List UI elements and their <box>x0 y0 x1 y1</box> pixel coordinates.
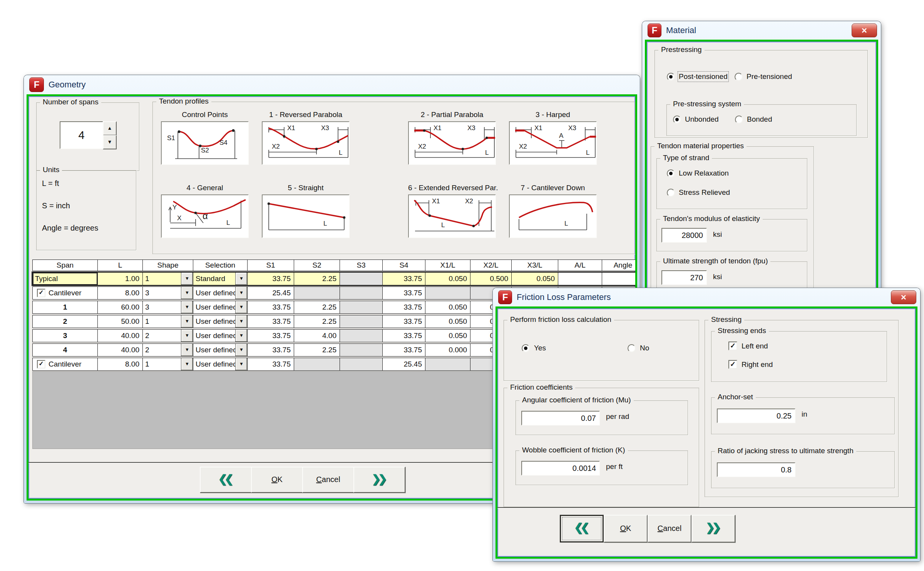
dropdown-icon[interactable]: ▼ <box>181 330 193 342</box>
bonded-radio[interactable] <box>735 116 743 124</box>
unbonded-label[interactable]: Unbonded <box>685 115 719 124</box>
cell-selection[interactable]: User defined▼ <box>193 286 248 300</box>
geometry-titlebar[interactable]: F Geometry <box>24 75 640 94</box>
cell-s2[interactable] <box>294 358 340 371</box>
cell-l[interactable]: 60.00 <box>97 301 143 314</box>
cell-span[interactable]: ✓Cantilever <box>32 286 98 300</box>
post-tensioned-radio[interactable] <box>667 73 675 81</box>
cell-s4[interactable]: 33.75 <box>382 315 425 328</box>
dropdown-icon[interactable]: ▼ <box>235 358 247 370</box>
cell-shape[interactable]: 3▼ <box>142 301 193 314</box>
material-close-button[interactable]: ✕ <box>852 23 877 37</box>
cell-span[interactable]: 4 <box>32 343 98 357</box>
cell-shape[interactable]: 3▼ <box>142 286 193 300</box>
left-end-checkbox[interactable]: ✓ <box>728 342 737 350</box>
cell-l[interactable]: 40.00 <box>97 329 143 342</box>
dropdown-icon[interactable]: ▼ <box>235 330 247 342</box>
number-of-spans-input[interactable]: 4 <box>60 121 103 149</box>
cell-s4[interactable]: 33.75 <box>382 272 425 285</box>
cell-l[interactable]: 1.00 <box>97 272 143 285</box>
right-end-label[interactable]: Right end <box>742 360 773 369</box>
cell-al[interactable] <box>558 272 602 285</box>
dropdown-icon[interactable]: ▼ <box>181 344 193 356</box>
wobble-coefficient-input[interactable]: 0.0014 <box>521 461 600 476</box>
dropdown-icon[interactable]: ▼ <box>181 301 193 313</box>
cell-x1l[interactable]: 0.050 <box>425 315 470 328</box>
cell-selection[interactable]: Standard▼ <box>193 272 248 285</box>
cell-x1l[interactable] <box>425 286 470 300</box>
stress-relieved-radio[interactable] <box>667 189 675 197</box>
cell-s3[interactable] <box>340 343 383 357</box>
cell-s1[interactable]: 33.75 <box>247 315 294 328</box>
cell-selection[interactable]: User defined▼ <box>193 329 248 342</box>
cell-span[interactable]: 3 <box>32 329 98 342</box>
cell-s3[interactable] <box>340 358 383 371</box>
cell-x1l[interactable] <box>425 358 470 371</box>
cell-s3[interactable] <box>340 272 383 285</box>
low-relaxation-radio[interactable] <box>667 169 675 177</box>
cell-s3[interactable] <box>340 301 383 314</box>
cell-selection[interactable]: User defined▼ <box>193 358 248 371</box>
unbonded-radio[interactable] <box>673 116 681 124</box>
cell-s2[interactable]: 4.00 <box>294 329 340 342</box>
friction-yes-label[interactable]: Yes <box>534 344 546 352</box>
dropdown-icon[interactable]: ▼ <box>235 315 247 328</box>
cell-s2[interactable]: 2.25 <box>294 301 340 314</box>
cell-shape[interactable]: 1▼ <box>142 358 193 371</box>
cell-s4[interactable]: 33.75 <box>382 301 425 314</box>
cell-s2[interactable]: 2.25 <box>294 343 340 357</box>
cancel-button[interactable]: Cancel <box>302 467 354 493</box>
cell-shape[interactable]: 1▼ <box>142 315 193 328</box>
bonded-label[interactable]: Bonded <box>747 115 772 124</box>
cell-selection[interactable]: User defined▼ <box>193 301 248 314</box>
cell-s4[interactable]: 33.75 <box>382 343 425 357</box>
dropdown-icon[interactable]: ▼ <box>235 301 247 313</box>
modulus-input[interactable]: 28000 <box>661 228 707 243</box>
cell-l[interactable]: 50.00 <box>97 315 143 328</box>
cell-s1[interactable]: 33.75 <box>247 358 294 371</box>
cell-s4[interactable]: 33.75 <box>382 329 425 342</box>
dropdown-icon[interactable]: ▼ <box>235 287 247 299</box>
cell-s1[interactable]: 33.75 <box>247 343 294 357</box>
cell-s1[interactable]: 25.45 <box>247 286 294 300</box>
cell-s1[interactable]: 33.75 <box>247 272 294 285</box>
pre-tensioned-radio[interactable] <box>735 73 743 81</box>
cell-l[interactable]: 8.00 <box>97 286 143 300</box>
friction-no-radio[interactable] <box>628 344 636 352</box>
stress-relieved-label[interactable]: Stress Relieved <box>679 188 730 197</box>
cell-s2[interactable]: 2.25 <box>294 315 340 328</box>
low-relaxation-label[interactable]: Low Relaxation <box>679 169 729 177</box>
next-screen-button[interactable]: ❯❯ <box>353 467 405 493</box>
cell-x1l[interactable]: 0.050 <box>425 272 470 285</box>
cell-s4[interactable]: 25.45 <box>382 358 425 371</box>
previous-screen-button[interactable]: ❮❮ <box>560 515 604 543</box>
cantilever-checkbox[interactable]: ✓ <box>37 360 45 368</box>
cell-span[interactable]: 2 <box>32 315 98 328</box>
friction-close-button[interactable]: ✕ <box>891 290 916 304</box>
jacking-ratio-input[interactable]: 0.8 <box>717 462 795 477</box>
left-end-label[interactable]: Left end <box>742 342 768 350</box>
cell-x1l[interactable]: 0.050 <box>425 329 470 342</box>
anchor-set-input[interactable]: 0.25 <box>717 409 795 423</box>
spans-spin-up-button[interactable]: ▲ <box>103 121 117 136</box>
post-tensioned-label[interactable]: Post-tensioned <box>679 72 728 81</box>
ok-button[interactable]: OK <box>251 467 303 493</box>
cell-shape[interactable]: 2▼ <box>142 343 193 357</box>
friction-titlebar[interactable]: F Friction Loss Parameters ✕ <box>493 288 920 306</box>
next-screen-button[interactable]: ❯❯ <box>691 515 735 543</box>
cell-x1l[interactable]: 0.050 <box>425 301 470 314</box>
cell-s3[interactable] <box>340 315 383 328</box>
right-end-checkbox[interactable]: ✓ <box>728 360 737 369</box>
pre-tensioned-label[interactable]: Pre-tensioned <box>747 72 792 81</box>
friction-yes-radio[interactable] <box>522 344 530 352</box>
cell-span[interactable]: 1 <box>32 301 98 314</box>
cell-s3[interactable] <box>340 286 383 300</box>
ok-button[interactable]: OK <box>604 515 648 543</box>
cell-x1l[interactable]: 0.000 <box>425 343 470 357</box>
dropdown-icon[interactable]: ▼ <box>181 287 193 299</box>
fpu-input[interactable]: 270 <box>661 270 707 285</box>
cell-selection[interactable]: User defined▼ <box>193 315 248 328</box>
previous-screen-button[interactable]: ❮❮ <box>200 467 252 493</box>
cell-s1[interactable]: 33.75 <box>247 301 294 314</box>
dropdown-icon[interactable]: ▼ <box>235 273 247 285</box>
